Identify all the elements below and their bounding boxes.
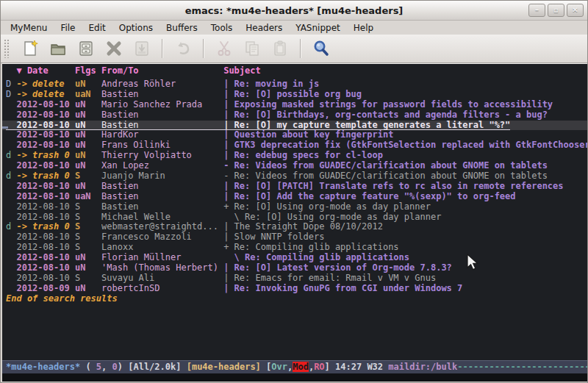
minimize-button[interactable]: – bbox=[528, 4, 545, 17]
column-flags[interactable]: Flgs bbox=[75, 66, 101, 79]
message-row[interactable]: 2012-08-10 S Francesco Mazzoli | Slow NN… bbox=[2, 232, 587, 243]
minibuffer[interactable] bbox=[2, 373, 587, 382]
column-date[interactable]: ▼ Date bbox=[16, 66, 74, 79]
row-subject: | Re: [O] possible org bug bbox=[223, 90, 587, 100]
column-spacer bbox=[6, 66, 16, 79]
message-row[interactable]: 2012-08-10 uN Mario Sanchez Prada | Expo… bbox=[2, 100, 587, 110]
row-subject: | Re: edebug specs for cl-loop bbox=[223, 151, 587, 161]
message-row[interactable]: 2012-08-10 uN Florian Müllner \ Re: Comp… bbox=[2, 253, 587, 263]
row-flags: uN bbox=[75, 110, 101, 121]
message-row[interactable]: D -> delete uN Andreas Röhler | Re: movi… bbox=[2, 79, 587, 90]
row-subject: | Re: Invoking GnuPG from CGI under Wind… bbox=[223, 284, 587, 294]
row-date: 2012-08-10 bbox=[16, 253, 74, 263]
menu-options[interactable]: Options bbox=[112, 22, 159, 34]
message-row[interactable]: 2012-08-10 S Bastien + Re: [O] Using org… bbox=[2, 202, 587, 212]
message-row[interactable]: 2012-08-10 uN Bastien | Re: [O] [PATCH] … bbox=[2, 182, 587, 192]
row-subject: \ Re: [O] Using org-mode as day planner bbox=[223, 212, 587, 223]
window-buttons: – ▫ ✕ bbox=[528, 4, 584, 17]
message-row[interactable]: 2012-08-10 uaN Bastien | Re: [O] Add the… bbox=[2, 192, 587, 202]
message-row[interactable]: 2012-08-10 uN Xan Lopez - Re: Videos fro… bbox=[2, 161, 587, 171]
row-from: Michael Welle bbox=[101, 212, 223, 223]
menu-file[interactable]: File bbox=[54, 22, 82, 34]
modeline-segment-purple: 0 bbox=[112, 362, 118, 372]
search-button[interactable] bbox=[309, 37, 334, 60]
toolbar-drag-handle[interactable] bbox=[4, 39, 10, 58]
message-row[interactable]: 2012-08-10 uN HardKor | Question about k… bbox=[2, 130, 587, 140]
row-flags: uN bbox=[75, 100, 101, 110]
undo-button[interactable] bbox=[171, 37, 196, 60]
delete-button[interactable] bbox=[101, 37, 126, 60]
titlebar[interactable]: emacs: *mu4e-headers* [mu4e-headers] – ▫… bbox=[1, 1, 587, 21]
menu-yasnippet[interactable]: YASnippet bbox=[289, 22, 347, 34]
copy-button[interactable] bbox=[240, 37, 265, 60]
message-row[interactable]: d -> trash 0 S Juanjo Marin - Re: Videos… bbox=[2, 171, 587, 182]
row-date: 2012-08-10 bbox=[16, 121, 74, 130]
message-row[interactable]: d -> trash 0 S webmaster@straightd... | … bbox=[2, 222, 587, 232]
message-row[interactable]: 2012-08-10 S Michael Welle \ Re: [O] Usi… bbox=[2, 212, 587, 223]
row-subject: | Re: [O] Birthdays, org-contacts and ag… bbox=[223, 110, 587, 121]
close-button[interactable]: ✕ bbox=[567, 4, 584, 17]
row-flags: S bbox=[75, 273, 101, 284]
row-date: -> delete bbox=[16, 90, 74, 100]
menu-help[interactable]: Help bbox=[347, 22, 380, 34]
row-mark: D bbox=[6, 79, 16, 90]
maximize-button[interactable]: ▫ bbox=[548, 4, 564, 17]
toolbar-separator bbox=[162, 39, 163, 58]
message-row[interactable]: 2012-08-09 uN robertcInSD | Re: Invoking… bbox=[2, 284, 587, 294]
menu-headers[interactable]: Headers bbox=[239, 22, 289, 34]
modeline-segment-pink: RO bbox=[314, 362, 324, 372]
menu-buffers[interactable]: Buffers bbox=[159, 22, 204, 34]
message-row[interactable]: 2012-08-10 uN 'Mash (Thomas Herbert) | R… bbox=[2, 263, 587, 273]
message-row[interactable]: 2012-08-10 uN Frans Oilinki | GTK3 depre… bbox=[2, 140, 587, 151]
menu-tools[interactable]: Tools bbox=[204, 22, 240, 34]
column-from[interactable]: From/To bbox=[101, 66, 223, 79]
row-date: 2012-08-10 bbox=[16, 100, 74, 110]
row-flags: uN bbox=[75, 79, 101, 90]
row-date: 2012-08-09 bbox=[16, 284, 74, 294]
row-mark: d bbox=[6, 222, 16, 232]
column-subject[interactable]: Subject bbox=[223, 66, 587, 79]
row-mark bbox=[6, 100, 16, 110]
save-as-icon bbox=[132, 39, 151, 58]
modeline-segment-plain: , bbox=[101, 362, 112, 372]
save-buffer-button[interactable] bbox=[74, 37, 98, 60]
row-mark: d bbox=[6, 151, 16, 161]
row-date: 2012-08-10 bbox=[16, 110, 74, 121]
row-subject: | The Straight Dope 08/10/2012 bbox=[223, 222, 587, 232]
menu-edit[interactable]: Edit bbox=[82, 22, 112, 34]
new-file-button[interactable] bbox=[18, 37, 43, 60]
toolbar-separator bbox=[203, 39, 204, 58]
row-date: -> trash 0 bbox=[16, 171, 74, 182]
row-mark bbox=[6, 130, 16, 140]
modeline: *mu4e-headers* ( 5, 0) [All/2.0k] [mu4e-… bbox=[2, 360, 587, 373]
fringe-cursor-marker bbox=[2, 126, 8, 129]
row-flags: uN bbox=[75, 263, 101, 273]
message-row[interactable]: 2012-08-10 S Lanoxx + Re: Compiling glib… bbox=[2, 243, 587, 253]
row-from: Frans Oilinki bbox=[101, 140, 223, 151]
modeline-segment-mod: Mod bbox=[293, 362, 309, 372]
row-from: Bastien bbox=[101, 110, 223, 121]
menubar: MyMenuFileEditOptionsBuffersToolsHeaders… bbox=[1, 21, 587, 35]
row-mark bbox=[6, 140, 16, 151]
save-icon bbox=[76, 39, 96, 58]
open-file-button[interactable] bbox=[46, 37, 71, 60]
save-as-button[interactable] bbox=[129, 37, 154, 60]
row-flags: uN bbox=[75, 161, 101, 171]
copy-icon bbox=[243, 39, 262, 58]
menu-mymenu[interactable]: MyMenu bbox=[4, 22, 54, 34]
message-row[interactable]: 2012-08-10 uN Bastien | Re: [O] my captu… bbox=[2, 121, 587, 131]
message-row[interactable]: 2012-08-10 uN Bastien | Re: [O] Birthday… bbox=[2, 110, 587, 121]
headers-column-row[interactable]: ▼ Date Flgs From/To Subject bbox=[2, 64, 587, 79]
row-date: -> delete bbox=[16, 79, 74, 90]
row-date: 2012-08-10 bbox=[16, 130, 74, 140]
new-file-icon bbox=[21, 39, 40, 58]
row-date: -> trash 0 bbox=[16, 222, 74, 232]
paste-button[interactable] bbox=[268, 37, 293, 60]
row-flags: S bbox=[75, 232, 101, 243]
message-row[interactable]: 2012-08-10 S Suvayu Ali | Re: Emacs for … bbox=[2, 273, 587, 284]
headers-buffer[interactable]: ▼ Date Flgs From/To Subject D -> delete … bbox=[2, 63, 587, 360]
message-row[interactable]: D -> delete uaN Bastien | Re: [O] possib… bbox=[2, 90, 587, 100]
cut-button[interactable] bbox=[212, 37, 237, 60]
message-row[interactable]: d -> trash 0 uN Thierry Volpiatto | Re: … bbox=[2, 151, 587, 161]
row-from: Xan Lopez bbox=[101, 161, 223, 171]
